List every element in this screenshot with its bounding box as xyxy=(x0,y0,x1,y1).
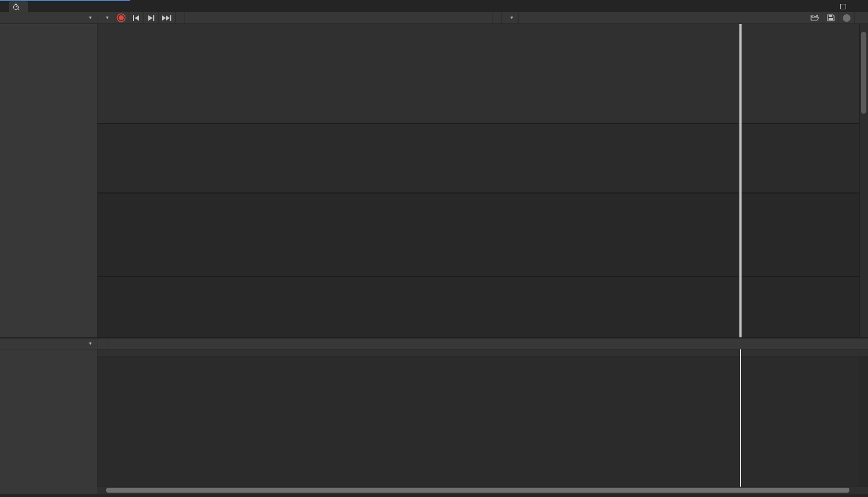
record-button[interactable] xyxy=(114,12,129,24)
toolbar-spacer xyxy=(194,12,483,24)
open-folder-icon xyxy=(811,14,819,21)
timeline-track-area[interactable] xyxy=(97,356,859,487)
record-icon xyxy=(119,15,124,20)
profiler-window: ▼ ▼ ▼ xyxy=(0,0,868,497)
timeline-ruler[interactable] xyxy=(97,349,868,356)
chevron-down-icon: ▼ xyxy=(510,15,514,20)
save-profile-button[interactable] xyxy=(823,12,839,24)
tab-strip xyxy=(0,0,868,12)
skip-forward-icon xyxy=(147,15,155,21)
profiler-stopwatch-icon xyxy=(13,3,20,10)
skip-back-icon xyxy=(132,15,140,21)
clear-button[interactable] xyxy=(185,12,194,24)
chevron-down-icon: ▼ xyxy=(88,341,92,346)
chevron-down-icon: ▼ xyxy=(88,15,92,20)
window-maximize-icon[interactable] xyxy=(837,2,848,11)
frame-time-summary xyxy=(441,340,445,347)
chart-canvas xyxy=(97,24,859,337)
playmode-dropdown[interactable]: ▼ xyxy=(97,12,114,24)
next-frame-button[interactable] xyxy=(144,12,159,24)
live-toggle[interactable] xyxy=(98,338,108,349)
last-frame-button[interactable] xyxy=(159,12,176,24)
chevron-down-icon: ▼ xyxy=(105,15,109,20)
module-sidebar xyxy=(0,24,97,337)
first-frame-button[interactable] xyxy=(129,12,144,24)
help-icon xyxy=(843,14,850,22)
charts-scrollbar-thumb[interactable] xyxy=(861,32,866,114)
frame-counter xyxy=(176,12,185,24)
skip-to-end-icon xyxy=(161,15,172,21)
toolbar: ▼ ▼ ▼ xyxy=(0,12,868,24)
deep-profile-toggle[interactable] xyxy=(493,12,502,24)
window-menu-icon[interactable] xyxy=(824,2,835,11)
timeline-scrubber-line[interactable] xyxy=(740,349,741,487)
load-profile-button[interactable] xyxy=(807,12,823,24)
window-close-icon[interactable] xyxy=(852,2,863,11)
bottom-strip xyxy=(0,494,868,497)
frame-scrubber-line[interactable] xyxy=(739,24,742,337)
toolbar-spacer2 xyxy=(519,12,807,24)
thread-label-column xyxy=(0,356,97,487)
help-button[interactable] xyxy=(839,12,855,24)
clear-on-play-toggle[interactable] xyxy=(483,12,493,24)
save-floppy-icon xyxy=(827,14,835,21)
timeline-header xyxy=(0,337,868,349)
tab-profiler[interactable] xyxy=(9,1,28,12)
toolbar-menu-button[interactable] xyxy=(855,12,868,24)
profiler-modules-dropdown[interactable]: ▼ xyxy=(0,12,97,24)
timeline-scrollbar-thumb[interactable] xyxy=(106,488,849,493)
timeline-view-dropdown[interactable]: ▼ xyxy=(0,338,97,349)
call-stacks-dropdown[interactable]: ▼ xyxy=(502,12,519,24)
ruler-left-spacer xyxy=(0,349,97,356)
